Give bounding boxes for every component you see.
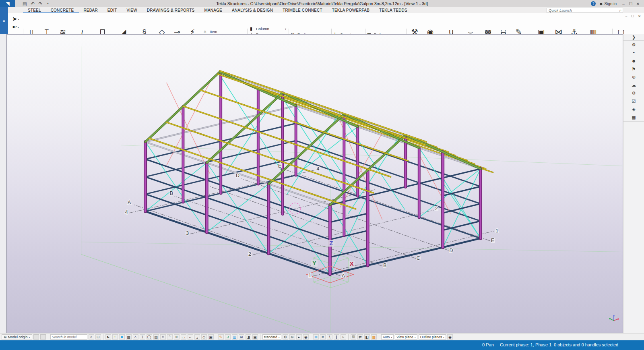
maximize-button[interactable]: ☐ xyxy=(627,2,634,6)
snap-points-switch[interactable]: ↑ xyxy=(112,334,118,340)
snap-mid-switch[interactable]: ◇ xyxy=(201,334,207,340)
snap-dots-switch[interactable]: ∴ xyxy=(133,334,138,340)
item-button[interactable]: ⌂Item xyxy=(202,29,246,34)
freeze-icon[interactable]: ⊛ xyxy=(289,334,295,340)
ribbon-minimize[interactable]: – xyxy=(625,14,627,18)
phase-select[interactable]: standard▾ xyxy=(262,334,281,340)
learning-icon[interactable]: ◓ xyxy=(623,49,644,57)
tab-tekla-powerfab[interactable]: TEKLA POWERFAB xyxy=(327,7,374,13)
clip-plane-switch[interactable]: ⊠ xyxy=(313,334,319,340)
snap-corner-switch[interactable]: ⌐ xyxy=(188,334,193,340)
close-button[interactable]: ✕ xyxy=(634,2,642,6)
collaboration-icon[interactable]: ☻ xyxy=(623,57,644,65)
dropdown-arrow-icon: ▾ xyxy=(18,18,19,21)
snap-edge-switch[interactable]: ∖ xyxy=(140,334,145,340)
select-all-switch[interactable]: ➤ xyxy=(105,334,111,340)
parallel-switch[interactable]: ∥ xyxy=(334,334,339,340)
plane-switch[interactable]: ⊞ xyxy=(239,334,244,340)
snap-mesh-switch[interactable]: ⌗ xyxy=(160,334,166,340)
snap-lines-switch[interactable]: ▦ xyxy=(126,334,132,340)
shade-switch[interactable]: ◧ xyxy=(364,334,370,340)
notifications-icon[interactable]: ⚑ xyxy=(623,65,644,73)
global-switch[interactable]: ▥ xyxy=(232,334,237,340)
tab-view[interactable]: VIEW xyxy=(122,7,142,13)
concrete-column-label: Column xyxy=(256,27,269,31)
model-viewport[interactable]: 4321ABCDEABDE412XYZ xyxy=(6,34,623,333)
view-plane-select[interactable]: View plane▾ xyxy=(395,334,417,340)
tab-drawings-reports[interactable]: DRAWINGS & REPORTS xyxy=(142,7,200,13)
tab-manage[interactable]: MANAGE xyxy=(199,7,227,13)
quick-access-toolbar: ▤↶↷◔ xyxy=(23,1,49,6)
select-cursor[interactable]: ➤▾ xyxy=(12,15,19,23)
tab-rebar[interactable]: REBAR xyxy=(78,7,102,13)
help-icon[interactable]: ? xyxy=(591,1,596,6)
redo-icon[interactable]: ↷ xyxy=(39,1,42,6)
undo-icon[interactable]: ↶ xyxy=(31,1,34,6)
expand-panel-icon[interactable]: ❯ xyxy=(623,34,644,41)
component-search-icon[interactable]: ⚙ xyxy=(623,41,644,49)
applications-icon[interactable]: ▦ xyxy=(623,113,644,121)
status-bar: 0 Pan Current phase: 1, Phase 1 0 object… xyxy=(0,340,644,350)
snap-plane-switch[interactable]: ▭ xyxy=(181,334,186,340)
left-gutter xyxy=(0,34,6,333)
fly-switch[interactable]: ⇄ xyxy=(357,334,363,340)
render-switch[interactable]: ▦ xyxy=(371,334,377,340)
preview-eye-icon[interactable]: ◉ xyxy=(303,334,309,340)
search-scope-icon[interactable]: ⊡ xyxy=(95,334,101,340)
relative-switch[interactable]: ⊿ xyxy=(225,334,231,340)
origin-tool-button[interactable] xyxy=(33,334,39,340)
trimble-connect-icon[interactable]: ☁ xyxy=(623,81,644,89)
snap-intersect-switch[interactable]: ⌃ xyxy=(167,334,173,340)
wave-switch[interactable]: ≈ xyxy=(341,334,346,340)
tab-trimble-connect[interactable]: TRIMBLE CONNECT xyxy=(278,7,327,13)
tab-edit[interactable]: EDIT xyxy=(103,7,122,13)
history-icon[interactable]: ◔ xyxy=(46,1,49,6)
concrete-column-button[interactable]: ▮Column▾ xyxy=(248,26,286,31)
item-icon: ⌂ xyxy=(202,29,208,34)
tab-analysis-design[interactable]: ANALYSIS & DESIGN xyxy=(227,7,278,13)
quick-launch-input[interactable] xyxy=(547,8,619,12)
xray-switch[interactable]: ☒ xyxy=(351,334,356,340)
3d-model-canvas[interactable]: 4321ABCDEABDE412XYZ xyxy=(7,35,623,333)
auto-select[interactable]: Auto▾ xyxy=(381,334,394,340)
model-objects-icon[interactable]: ◈ xyxy=(623,105,644,113)
inquire-tool[interactable]: ■?▾ xyxy=(12,25,19,29)
lock-switch[interactable]: ▣ xyxy=(252,334,258,340)
snap-circle-switch[interactable]: ◯ xyxy=(147,334,152,340)
diagnose-icon[interactable]: ☑ xyxy=(623,97,644,105)
grid-label-B: B xyxy=(170,191,173,196)
snap-ref-switch[interactable]: ▣ xyxy=(208,334,214,340)
snap-grid-switch[interactable]: ■ xyxy=(119,334,125,340)
tab-tekla-tedds[interactable]: TEKLA TEDDS xyxy=(374,7,412,13)
ribbon-window-controls: –☐✕ xyxy=(625,14,641,18)
model-origin-button[interactable]: ⊕Model origin▾ xyxy=(2,334,32,340)
visibility-eye-icon[interactable]: ◉ xyxy=(447,334,453,340)
sign-in-button[interactable]: ☻ Sign in xyxy=(599,2,617,6)
ribbon-restore[interactable]: ☐ xyxy=(631,14,634,18)
origin-tool-button-2[interactable] xyxy=(40,334,46,340)
ribbon-close[interactable]: ✕ xyxy=(638,14,641,18)
ortho-switch[interactable]: ✎ xyxy=(218,334,224,340)
save-icon[interactable]: ▤ xyxy=(23,1,27,6)
dropdown-arrow-icon: ▾ xyxy=(29,336,30,338)
play-icon[interactable]: ▸ xyxy=(296,334,302,340)
tekla-online-icon[interactable]: ⊕ xyxy=(623,73,644,81)
snap-face-switch[interactable]: ▤ xyxy=(153,334,159,340)
quick-launch[interactable]: ⌕ xyxy=(547,8,623,13)
minimize-button[interactable]: – xyxy=(620,2,627,6)
model-search-box[interactable] xyxy=(50,334,87,340)
snap-end-switch[interactable]: ⌟ xyxy=(194,334,200,340)
depth-switch[interactable]: ◨ xyxy=(246,334,251,340)
outline-planes-select[interactable]: Outline planes▾ xyxy=(419,334,446,340)
settings-icon[interactable]: ⚙ xyxy=(623,89,644,97)
model-origin-label: Model origin xyxy=(8,335,28,339)
slice-switch[interactable]: ∖ xyxy=(327,334,332,340)
cut-switch[interactable]: ✕ xyxy=(320,334,326,340)
file-menu-button[interactable]: ≡ xyxy=(0,7,8,34)
dropdown-arrow-icon: ▾ xyxy=(391,336,392,338)
options-gear-icon[interactable]: ⚙ xyxy=(283,334,288,340)
model-search-input[interactable] xyxy=(51,335,87,339)
search-icon[interactable]: ⌕ xyxy=(89,334,94,340)
snap-any-switch[interactable]: ✕ xyxy=(174,334,180,340)
grid-label-4: 4 xyxy=(317,166,320,172)
